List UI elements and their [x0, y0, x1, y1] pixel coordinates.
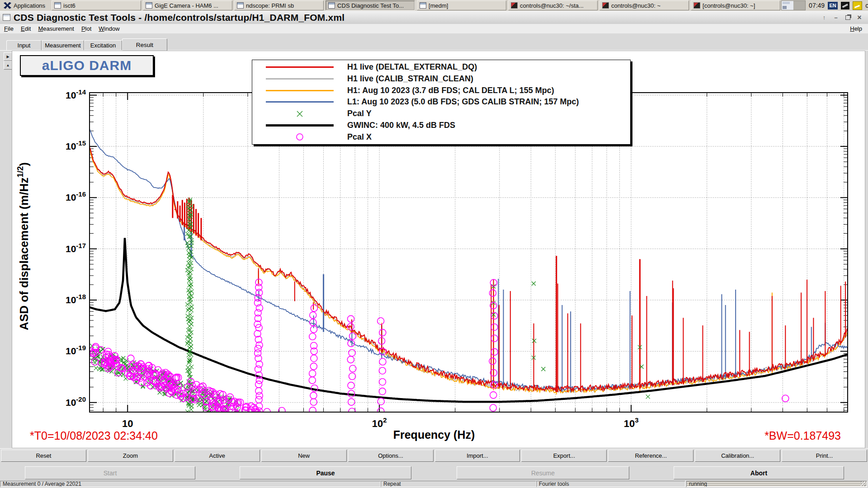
abort-button[interactable]: Abort	[674, 466, 844, 479]
export-button[interactable]: Export...	[521, 450, 607, 462]
svg-text:ASD of displacement (m/Hz1/2): ASD of displacement (m/Hz1/2)	[16, 162, 31, 330]
new-button[interactable]: New	[261, 450, 347, 462]
plot-legend: H1 live (DELTAL_EXTERNAL_DQ) H1 live (CA…	[252, 60, 631, 145]
status-tool-type: Fourier tools	[536, 481, 685, 487]
import-button[interactable]: Import...	[435, 450, 520, 462]
zoom-button[interactable]: Zoom	[88, 450, 173, 462]
x-axis-title: Frequency (Hz)	[0, 428, 868, 441]
tab-result[interactable]: Result	[122, 38, 167, 51]
plot-toolbar: Reset Zoom Active New Options... Import.…	[0, 448, 868, 463]
legend-row: H1 live (CALIB_STRAIN_CLEAN)	[252, 74, 630, 84]
legend-row: L1: Aug 10 2023 (5.0 dB FDS; GDS CALIB S…	[252, 97, 630, 108]
svg-text:10-17: 10-17	[66, 242, 86, 254]
legend-row: Pcal X	[252, 131, 630, 142]
statusbar: Measurement 0 / Average 22021 Repeat Fou…	[0, 481, 868, 488]
legend-x-marker-sample	[252, 109, 347, 118]
svg-text:102: 102	[372, 416, 387, 429]
pause-button[interactable]: Pause	[240, 466, 411, 479]
measurement-controls: Start Pause Resume Abort	[0, 463, 868, 481]
options-button[interactable]: Options...	[348, 450, 434, 462]
status-run-state: running	[686, 481, 867, 487]
resume-button[interactable]: Resume	[457, 466, 629, 479]
svg-text:10-18: 10-18	[66, 293, 86, 305]
print-button[interactable]: Print...	[782, 450, 867, 462]
legend-line-sample	[252, 78, 347, 80]
calibration-button[interactable]: Calibration...	[695, 450, 780, 462]
svg-text:10-20: 10-20	[66, 395, 86, 408]
reference-button[interactable]: Reference...	[608, 450, 693, 462]
reset-button[interactable]: Reset	[1, 450, 86, 462]
legend-line-sample	[252, 90, 347, 91]
svg-text:10: 10	[122, 418, 133, 429]
legend-row: H1 live (DELTAL_EXTERNAL_DQ)	[252, 62, 630, 73]
svg-text:10-14: 10-14	[66, 88, 86, 100]
legend-line-sample	[252, 124, 347, 127]
svg-text:103: 103	[624, 416, 639, 429]
result-pane: ▶ ▲ 1010210310-1410-1510-1610-1710-1810-…	[0, 51, 868, 448]
svg-text:10-16: 10-16	[66, 190, 86, 202]
legend-circle-marker-sample	[252, 132, 347, 141]
svg-text:10-19: 10-19	[66, 344, 86, 356]
legend-row: GWINC: 400 kW, 4.5 dB FDS	[252, 120, 630, 131]
legend-row: Pcal Y	[252, 108, 630, 119]
status-measurement-average: Measurement 0 / Average 22021	[0, 481, 381, 487]
legend-line-sample	[252, 66, 347, 68]
legend-row: H1: Aug 10 2023 (3.7 dB FDS; CAL DELTA L…	[252, 85, 630, 96]
status-repeat-mode: Repeat	[381, 481, 536, 487]
active-button[interactable]: Active	[175, 450, 260, 462]
start-button[interactable]: Start	[25, 466, 195, 479]
legend-line-sample	[252, 101, 347, 103]
bandwidth-label: *BW=0.187493	[764, 429, 841, 442]
plot-title-badge: aLIGO DARM	[20, 55, 154, 76]
svg-text:10-15: 10-15	[66, 139, 86, 151]
